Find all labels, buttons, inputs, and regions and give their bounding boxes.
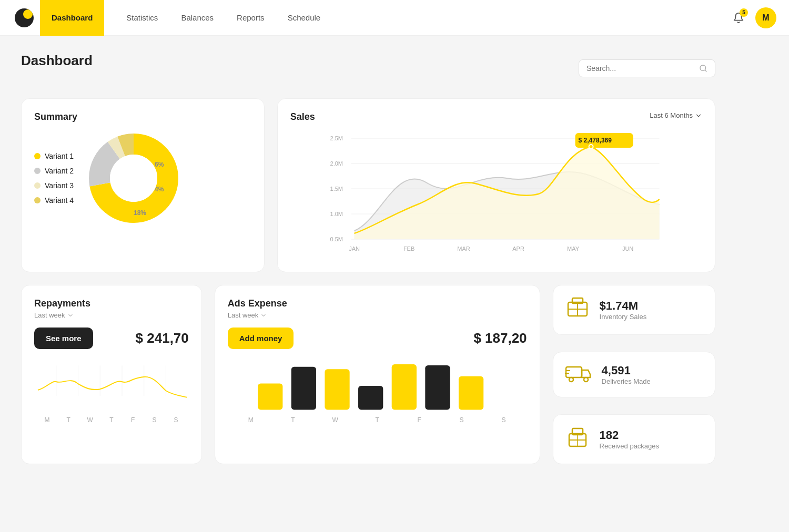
ads-day-m: M <box>230 416 272 424</box>
user-avatar[interactable]: M <box>755 7 776 28</box>
svg-rect-41 <box>425 365 450 410</box>
day-t: T <box>58 416 79 424</box>
legend-dot-2 <box>34 168 41 174</box>
search-box[interactable] <box>579 59 715 77</box>
legend-item-1: Variant 1 <box>34 152 74 160</box>
legend-item-3: Variant 3 <box>34 181 74 190</box>
nav-item-statistics[interactable]: Statistics <box>115 0 169 36</box>
repayments-title: Repayments <box>34 298 189 309</box>
sales-period-selector[interactable]: Last 6 Months <box>650 111 702 119</box>
svg-text:JAN: JAN <box>349 245 360 252</box>
svg-text:1.0M: 1.0M <box>330 211 342 217</box>
svg-point-23 <box>589 145 593 149</box>
legend-item-2: Variant 2 <box>34 167 74 175</box>
search-input[interactable] <box>586 64 695 73</box>
ads-row: Add money $ 187,20 <box>228 328 527 349</box>
ads-amount: $ 187,20 <box>473 330 527 346</box>
page-title: Dashboard <box>21 53 93 69</box>
legend-dot-4 <box>34 197 41 203</box>
add-money-button[interactable]: Add money <box>228 328 294 349</box>
svg-text:18%: 18% <box>134 209 146 217</box>
svg-text:$ 2,478,369: $ 2,478,369 <box>578 137 612 144</box>
repayments-chart: M T W T F S S <box>34 360 189 424</box>
chevron-down-icon <box>67 312 74 319</box>
svg-point-48 <box>569 377 573 382</box>
day-s2: S <box>165 416 187 424</box>
svg-point-6 <box>110 155 157 202</box>
svg-rect-37 <box>291 367 316 410</box>
svg-text:MAR: MAR <box>457 245 470 252</box>
repayments-amount: $ 241,70 <box>136 330 189 346</box>
ads-day-w: W <box>314 416 356 424</box>
logo[interactable] <box>13 6 36 29</box>
day-m: M <box>36 416 58 424</box>
ads-days: M T W T F S S <box>228 416 527 424</box>
legend-label-2: Variant 2 <box>45 167 74 175</box>
sales-header: Sales Last 6 Months <box>290 111 702 125</box>
ads-day-s2: S <box>482 416 524 424</box>
chevron-down-icon <box>695 112 702 119</box>
packages-icon <box>565 424 590 454</box>
ads-day-t: T <box>272 416 314 424</box>
sales-chart-area: 2.5M 2.0M 1.5M 1.0M 0.5M <box>290 131 702 259</box>
packages-label: Received packages <box>600 442 659 450</box>
legend-dot-3 <box>34 182 41 189</box>
repayments-days: M T W T F S S <box>34 416 189 424</box>
day-s: S <box>144 416 165 424</box>
sales-title: Sales <box>290 111 315 122</box>
nav-item-dashboard[interactable]: Dashboard <box>40 0 104 36</box>
legend-label-4: Variant 4 <box>45 196 74 204</box>
svg-text:2.5M: 2.5M <box>330 135 342 141</box>
search-icon <box>699 64 707 73</box>
repayments-row: See more $ 241,70 <box>34 328 189 349</box>
chevron-down-icon <box>260 312 267 319</box>
svg-text:4%: 4% <box>155 186 164 193</box>
svg-text:JUN: JUN <box>622 245 633 252</box>
svg-text:FEB: FEB <box>403 245 414 252</box>
ads-day-t2: T <box>356 416 398 424</box>
stat-card-inventory: $1.74M Inventory Sales <box>553 285 715 335</box>
svg-text:72%: 72% <box>119 175 133 182</box>
legend-dot-1 <box>34 153 41 159</box>
summary-title: Summary <box>34 111 251 122</box>
page-header: Dashboard <box>21 53 715 84</box>
nav-item-schedule[interactable]: Schedule <box>276 0 332 36</box>
inventory-icon <box>565 295 590 325</box>
svg-rect-40 <box>391 364 416 410</box>
sales-period-label: Last 6 Months <box>650 111 693 119</box>
svg-text:APR: APR <box>512 245 524 252</box>
svg-rect-39 <box>358 386 383 410</box>
deliveries-value: 4,591 <box>602 364 651 377</box>
svg-rect-42 <box>459 376 483 410</box>
deliveries-label: Deliveries Made <box>602 377 651 385</box>
ads-day-f: F <box>398 416 440 424</box>
stats-column: $1.74M Inventory Sales <box>553 285 715 464</box>
packages-value: 182 <box>600 428 659 442</box>
inventory-label: Inventory Sales <box>600 313 647 321</box>
ads-period[interactable]: Last week <box>228 311 527 319</box>
nav-item-reports[interactable]: Reports <box>225 0 276 36</box>
stat-card-packages: 182 Received packages <box>553 414 715 464</box>
svg-line-1 <box>705 70 706 71</box>
deliveries-text: 4,591 Deliveries Made <box>602 364 651 385</box>
day-w: W <box>79 416 101 424</box>
row-2: Repayments Last week See more $ 241,70 <box>21 285 715 464</box>
nav-item-balances[interactable]: Balances <box>169 0 225 36</box>
ads-title: Ads Expense <box>228 298 527 309</box>
packages-text: 182 Received packages <box>600 428 659 450</box>
svg-text:MAY: MAY <box>567 245 580 252</box>
svg-rect-38 <box>325 369 349 410</box>
notifications-button[interactable]: 5 <box>728 7 749 28</box>
inventory-text: $1.74M Inventory Sales <box>600 299 647 321</box>
ads-bar-chart: M T W T F S S <box>228 360 527 424</box>
delivery-icon <box>565 362 592 387</box>
repayments-period[interactable]: Last week <box>34 311 189 319</box>
summary-legend: Variant 1 Variant 2 Variant 3 Variant 4 <box>34 152 74 204</box>
repayments-card: Repayments Last week See more $ 241,70 <box>21 285 202 464</box>
see-more-button[interactable]: See more <box>34 328 93 349</box>
svg-rect-47 <box>566 367 582 377</box>
ads-expense-card: Ads Expense Last week Add money $ 187,20 <box>215 285 540 464</box>
legend-label-1: Variant 1 <box>45 152 74 160</box>
svg-text:1.5M: 1.5M <box>330 186 342 192</box>
summary-content: Variant 1 Variant 2 Variant 3 Variant 4 <box>34 131 251 226</box>
